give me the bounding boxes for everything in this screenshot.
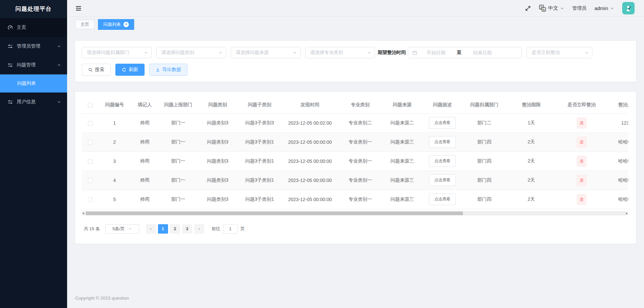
immediate-filter-select[interactable]: 是否立刻整治 (527, 47, 592, 58)
row-checkbox[interactable] (88, 178, 93, 183)
topbar-right: 文A 中文 管理员 admin (525, 2, 635, 14)
page-button-3[interactable]: 3 (182, 224, 192, 234)
sidebar-item-home[interactable]: 主页 (0, 18, 67, 37)
cell-belong_dept: 部门四 (463, 151, 506, 171)
date-start-input[interactable] (419, 50, 453, 55)
sidebar-item-issue-management[interactable]: 问题管理 (0, 56, 67, 74)
language-switcher[interactable]: 文A 中文 (539, 5, 564, 12)
refresh-button[interactable]: 刷新 (115, 64, 145, 76)
scroll-left-arrow[interactable]: ◂ (83, 211, 84, 215)
cell-category: 问题类别3 (198, 151, 238, 171)
page-button-1[interactable]: 1 (158, 224, 168, 234)
select-placeholder: 请选择问题归属部门 (87, 50, 144, 56)
table-row: 4帅周部门一问题类别3问题3子类别12023-12-05 00:00:00专业类… (82, 171, 628, 190)
next-page-button[interactable]: › (194, 224, 204, 234)
row-checkbox[interactable] (88, 197, 93, 202)
filter-row: 请选择问题归属部门 请选择问题类别 请选择问题来源 请选择专业类别 期望整治时间… (82, 47, 629, 58)
view-description-button[interactable]: 点击查看 (429, 155, 456, 167)
chevron-down-icon (367, 51, 371, 55)
select-placeholder: 请选择专业类别 (310, 50, 367, 56)
cell-source: 问题来源三 (382, 151, 422, 171)
immediate-badge: 是 (577, 118, 586, 128)
cell-immediate: 是 (556, 132, 607, 151)
search-button[interactable]: 搜索 (82, 64, 111, 76)
cell-category: 问题类别3 (198, 132, 238, 151)
tab-问题列表[interactable]: 问题列表✕ (98, 19, 134, 30)
cell-deadline: 2天 (506, 132, 556, 151)
page-button-2[interactable]: 2 (170, 224, 180, 234)
cell-belong_dept: 部门四 (463, 132, 506, 151)
cell-found_time: 2023-12-05 00:00:00 (281, 171, 338, 190)
menu-fold-icon[interactable] (75, 5, 82, 12)
date-range-label: 期望整治时间 (378, 50, 406, 56)
horizontal-scrollbar[interactable]: ◂ ▸ (82, 211, 628, 215)
row-checkbox[interactable] (88, 159, 93, 164)
tab-主页[interactable]: 主页 (75, 20, 95, 29)
download-icon (156, 68, 160, 72)
view-description-button[interactable]: 点击查看 (429, 117, 456, 129)
sidebar-item-user-info[interactable]: 用户信息 (0, 93, 67, 111)
view-description-button[interactable]: 点击查看 (429, 174, 456, 186)
scroll-right-arrow[interactable]: ▸ (626, 211, 628, 215)
cell-subcategory: 问题3子类别1 (238, 132, 281, 151)
sidebar-item-label: 主页 (17, 24, 26, 30)
cell-deadline: 2天 (506, 190, 556, 209)
chevron-down-icon (610, 6, 614, 10)
pagination: 共 15 条 5条/页 ‹123› 前往 页 (82, 215, 636, 244)
table-row: 3帅周部门一问题类别3问题3子类别12023-12-05 00:00:00专业类… (82, 151, 628, 171)
immediate-filter-placeholder: 是否立刻整治 (532, 50, 585, 56)
column-header-source: 问题来源 (382, 97, 422, 113)
cell-person: 哈哈哈 (607, 151, 628, 171)
cell-major: 专业类别一 (338, 151, 382, 171)
major-category-filter-select[interactable]: 请选择专业类别 (305, 47, 375, 58)
checkbox-column-header (82, 97, 99, 113)
view-description-button[interactable]: 点击查看 (429, 193, 456, 205)
cell-major: 专业类别一 (338, 171, 382, 190)
cell-checkbox (82, 151, 99, 171)
cell-checkbox (82, 190, 99, 209)
sliders-icon (7, 62, 13, 68)
date-range-picker[interactable]: 至 (408, 47, 522, 58)
user-menu[interactable]: admin (594, 5, 614, 11)
chevron-down-icon (585, 51, 589, 55)
cell-desc: 点击查看 (422, 132, 463, 151)
cell-found_time: 2023-12-05 00:00:00 (281, 190, 338, 209)
chevron-down-icon (57, 100, 61, 104)
row-checkbox[interactable] (88, 121, 93, 126)
chevron-down-icon (560, 6, 564, 10)
cell-deadline: 2天 (506, 171, 556, 190)
cell-report_dept: 部门一 (159, 132, 198, 151)
export-data-button[interactable]: 导出数据 (149, 64, 187, 76)
view-description-button[interactable]: 点击查看 (429, 136, 456, 148)
scrollbar-thumb[interactable] (86, 211, 463, 215)
pager: ‹123› (146, 224, 204, 234)
avatar[interactable] (622, 2, 635, 14)
cell-subcategory: 问题3子类别1 (238, 171, 281, 190)
row-checkbox[interactable] (88, 140, 93, 145)
goto-page-input[interactable] (223, 224, 238, 234)
svg-text:A: A (543, 8, 545, 11)
cell-major: 专业类别一 (338, 132, 382, 151)
sidebar-item-label: 用户信息 (17, 99, 36, 105)
chevron-down-icon (293, 51, 297, 55)
belong-dept-filter-select[interactable]: 请选择问题归属部门 (82, 47, 152, 58)
cell-id: 2 (99, 132, 130, 151)
chevron-down-icon (218, 51, 222, 55)
prev-page-button[interactable]: ‹ (146, 224, 156, 234)
chevron-up-icon (57, 63, 61, 67)
issue-category-filter-select[interactable]: 请选择问题类别 (156, 47, 226, 58)
column-header-id: 问题编号 (99, 97, 130, 113)
column-header-category: 问题类别 (198, 97, 238, 113)
cell-major: 专业类别一 (338, 190, 382, 209)
immediate-badge: 是 (577, 156, 586, 167)
fullscreen-icon[interactable] (525, 5, 531, 11)
sidebar-item-issue-list[interactable]: 问题列表 (0, 74, 67, 93)
immediate-badge: 是 (577, 137, 586, 147)
date-end-input[interactable] (465, 50, 500, 55)
sidebar-item-admin-management[interactable]: 管理员管理 (0, 37, 67, 56)
select-all-checkbox[interactable] (88, 103, 93, 108)
page-size-select[interactable]: 5条/页 (105, 224, 139, 234)
close-icon[interactable]: ✕ (123, 22, 129, 27)
cell-reporter: 帅周 (130, 190, 159, 209)
issue-source-filter-select[interactable]: 请选择问题来源 (231, 47, 301, 58)
